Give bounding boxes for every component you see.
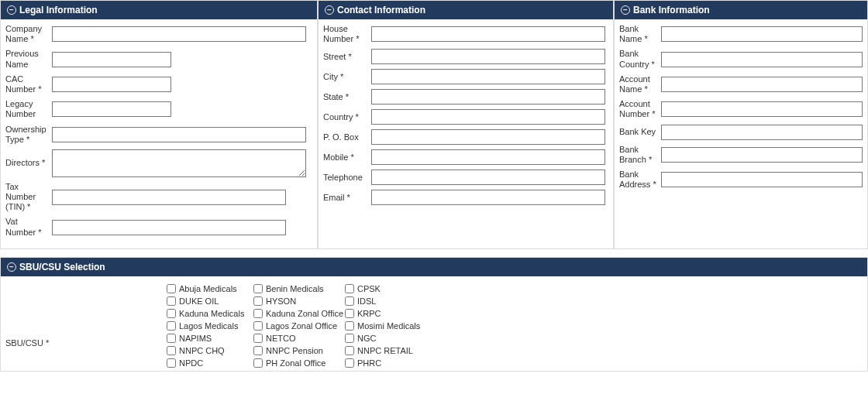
country-label: Country * bbox=[323, 112, 371, 122]
sbucsu-item-label: Kaduna Zonal Office bbox=[266, 309, 343, 318]
panel-legal: − Legal Information Company Name * Previ… bbox=[0, 0, 318, 249]
sbucsu-item[interactable]: CPSK bbox=[345, 284, 453, 293]
account-name-label: Account Name * bbox=[619, 74, 661, 94]
panel-legal-header[interactable]: − Legal Information bbox=[1, 1, 317, 19]
sbucsu-item[interactable]: HYSON bbox=[253, 296, 345, 306]
mobile-label: Mobile * bbox=[323, 152, 371, 163]
city-input[interactable] bbox=[371, 69, 605, 84]
state-input[interactable] bbox=[371, 89, 605, 104]
sbucsu-checkbox[interactable] bbox=[345, 334, 354, 343]
sbucsu-item[interactable]: KRPC bbox=[345, 309, 453, 318]
vat-number-input[interactable] bbox=[52, 220, 286, 235]
sbucsu-item[interactable]: NGC bbox=[345, 334, 453, 343]
sbucsu-item[interactable]: DUKE OIL bbox=[167, 296, 253, 306]
sbucsu-item[interactable]: Mosimi Medicals bbox=[345, 321, 453, 331]
city-label: City * bbox=[323, 72, 371, 82]
sbucsu-checkbox[interactable] bbox=[253, 358, 263, 368]
sbucsu-checkbox[interactable] bbox=[253, 284, 263, 293]
sbucsu-item[interactable]: PHRC bbox=[345, 358, 453, 368]
sbucsu-item-label: NNPC CHQ bbox=[179, 346, 225, 355]
sbucsu-item[interactable]: IDSL bbox=[345, 296, 453, 306]
directors-input[interactable] bbox=[52, 149, 306, 177]
country-input[interactable] bbox=[371, 109, 605, 125]
sbucsu-item[interactable]: NNPC Pension bbox=[253, 346, 345, 355]
panel-bank-header[interactable]: − Bank Information bbox=[615, 1, 867, 19]
email-label: Email * bbox=[323, 193, 371, 203]
sbucsu-item[interactable]: NNPC CHQ bbox=[167, 346, 253, 355]
sbucsu-item[interactable]: Kaduna Zonal Office bbox=[253, 309, 345, 318]
sbucsu-item-label: NNPC RETAIL bbox=[357, 346, 413, 355]
cac-number-input[interactable] bbox=[52, 77, 171, 92]
panel-sbucsu-title: SBU/CSU Selection bbox=[19, 262, 105, 272]
sbucsu-item[interactable]: Abuja Medicals bbox=[167, 284, 253, 293]
sbucsu-checkbox[interactable] bbox=[345, 346, 354, 355]
sbucsu-item[interactable]: NPDC bbox=[167, 358, 253, 368]
mobile-input[interactable] bbox=[371, 149, 605, 165]
bank-branch-input[interactable] bbox=[661, 147, 863, 163]
sbucsu-item-label: Lagos Medicals bbox=[179, 321, 238, 331]
sbucsu-label: SBU/CSU * bbox=[5, 284, 167, 368]
sbucsu-checkbox[interactable] bbox=[345, 284, 354, 293]
sbucsu-checkbox[interactable] bbox=[345, 321, 354, 331]
sbucsu-checkbox[interactable] bbox=[253, 334, 263, 343]
sbucsu-checkbox[interactable] bbox=[345, 358, 354, 368]
panel-sbucsu-header[interactable]: − SBU/CSU Selection bbox=[1, 258, 867, 276]
panel-legal-title: Legal Information bbox=[19, 5, 98, 15]
bank-name-input[interactable] bbox=[661, 26, 863, 42]
collapse-icon[interactable]: − bbox=[7, 5, 16, 15]
vat-number-label: Vat Number * bbox=[5, 217, 52, 237]
sbucsu-checkbox[interactable] bbox=[253, 296, 263, 306]
sbucsu-item[interactable]: NAPIMS bbox=[167, 334, 253, 343]
sbucsu-item[interactable]: Kaduna Medicals bbox=[167, 309, 253, 318]
sbucsu-checkbox[interactable] bbox=[253, 346, 263, 355]
sbucsu-checkbox[interactable] bbox=[167, 321, 176, 331]
previous-name-input[interactable] bbox=[52, 52, 171, 67]
sbucsu-checkbox[interactable] bbox=[167, 334, 176, 343]
account-name-input[interactable] bbox=[661, 77, 863, 92]
company-name-input[interactable] bbox=[52, 26, 306, 42]
sbucsu-item[interactable]: NETCO bbox=[253, 334, 345, 343]
sbucsu-checkbox[interactable] bbox=[253, 309, 263, 318]
telephone-input[interactable] bbox=[371, 170, 605, 185]
collapse-icon[interactable]: − bbox=[325, 5, 334, 15]
sbucsu-checkbox[interactable] bbox=[167, 346, 176, 355]
sbucsu-checkbox[interactable] bbox=[167, 296, 176, 306]
sbucsu-checkbox[interactable] bbox=[253, 321, 263, 331]
panel-contact-header[interactable]: − Contact Information bbox=[319, 1, 613, 19]
collapse-icon[interactable]: − bbox=[621, 5, 630, 15]
sbucsu-item[interactable]: Lagos Zonal Office bbox=[253, 321, 345, 331]
legacy-number-input[interactable] bbox=[52, 101, 171, 117]
sbucsu-checkbox[interactable] bbox=[167, 309, 176, 318]
company-name-label: Company Name * bbox=[5, 24, 52, 44]
house-number-input[interactable] bbox=[371, 26, 605, 42]
sbucsu-checkbox[interactable] bbox=[167, 358, 176, 368]
sbucsu-checkbox[interactable] bbox=[167, 284, 176, 293]
directors-label: Directors * bbox=[5, 158, 52, 168]
bank-address-input[interactable] bbox=[661, 172, 863, 187]
panel-sbucsu-body: SBU/CSU * Abuja Medicals DUKE OIL Kaduna… bbox=[1, 276, 867, 371]
street-input[interactable] bbox=[371, 49, 605, 64]
sbucsu-item[interactable]: NNPC RETAIL bbox=[345, 346, 453, 355]
sbucsu-checkbox[interactable] bbox=[345, 296, 354, 306]
collapse-icon[interactable]: − bbox=[7, 262, 16, 272]
account-number-input[interactable] bbox=[661, 101, 863, 117]
ownership-type-label: Ownership Type * bbox=[5, 125, 52, 145]
sbucsu-item[interactable]: Benin Medicals bbox=[253, 284, 345, 293]
tax-number-input[interactable] bbox=[52, 190, 286, 205]
legacy-number-label: Legacy Number bbox=[5, 99, 52, 119]
sbucsu-item[interactable]: Lagos Medicals bbox=[167, 321, 253, 331]
ownership-type-input[interactable] bbox=[52, 127, 306, 142]
sbucsu-item[interactable]: PH Zonal Office bbox=[253, 358, 345, 368]
sbucsu-checkbox[interactable] bbox=[345, 309, 354, 318]
bank-key-input[interactable] bbox=[661, 125, 863, 140]
pobox-input[interactable] bbox=[371, 129, 605, 145]
sbucsu-item-label: HYSON bbox=[266, 296, 296, 306]
bank-country-label: Bank Country * bbox=[619, 49, 661, 69]
street-label: Street * bbox=[323, 52, 371, 62]
panel-contact: − Contact Information House Number * Str… bbox=[318, 0, 614, 249]
email-input[interactable] bbox=[371, 190, 605, 205]
sbucsu-item-label: NAPIMS bbox=[179, 334, 212, 343]
cac-number-label: CAC Number * bbox=[5, 74, 52, 94]
bank-country-input[interactable] bbox=[661, 52, 863, 67]
panel-sbucsu: − SBU/CSU Selection SBU/CSU * Abuja Medi… bbox=[0, 257, 868, 372]
